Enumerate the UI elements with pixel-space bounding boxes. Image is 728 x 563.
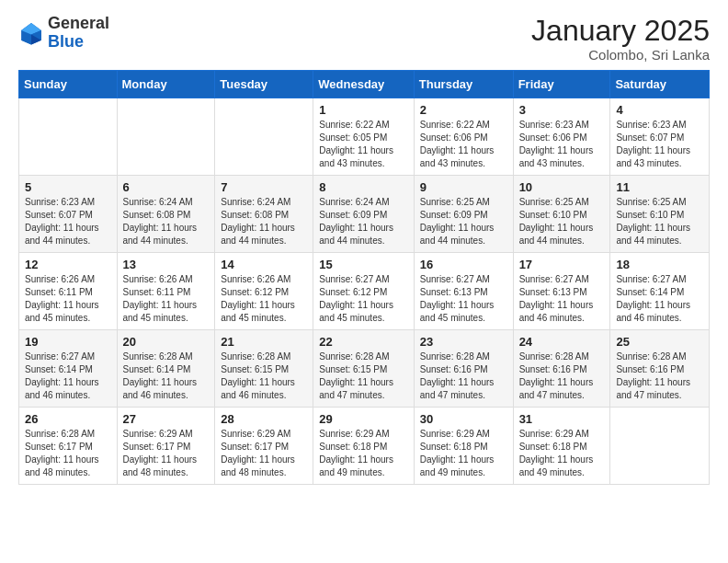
day-info: Sunrise: 6:29 AMSunset: 6:17 PMDaylight:… [123, 428, 210, 479]
day-number: 24 [519, 335, 605, 349]
day-info: Sunrise: 6:23 AMSunset: 6:06 PMDaylight:… [519, 119, 605, 170]
day-cell: 14Sunrise: 6:26 AMSunset: 6:12 PMDayligh… [215, 253, 313, 330]
day-cell: 28Sunrise: 6:29 AMSunset: 6:17 PMDayligh… [215, 408, 313, 485]
day-number: 2 [420, 103, 507, 117]
day-cell: 24Sunrise: 6:28 AMSunset: 6:16 PMDayligh… [513, 330, 610, 408]
day-number: 27 [123, 412, 210, 426]
day-number: 8 [319, 180, 407, 194]
day-cell: 12Sunrise: 6:26 AMSunset: 6:11 PMDayligh… [19, 253, 118, 330]
day-number: 3 [519, 103, 605, 117]
day-info: Sunrise: 6:28 AMSunset: 6:16 PMDaylight:… [616, 350, 703, 402]
day-info: Sunrise: 6:25 AMSunset: 6:10 PMDaylight:… [519, 196, 605, 247]
day-cell [19, 98, 118, 176]
day-info: Sunrise: 6:25 AMSunset: 6:09 PMDaylight:… [420, 196, 507, 247]
day-info: Sunrise: 6:24 AMSunset: 6:09 PMDaylight:… [319, 196, 407, 247]
logo-icon [18, 20, 44, 46]
day-number: 13 [123, 258, 210, 271]
day-number: 29 [319, 412, 407, 426]
day-cell: 20Sunrise: 6:28 AMSunset: 6:14 PMDayligh… [117, 330, 215, 408]
calendar: SundayMondayTuesdayWednesdayThursdayFrid… [18, 70, 710, 485]
day-cell: 11Sunrise: 6:25 AMSunset: 6:10 PMDayligh… [610, 176, 710, 253]
day-number: 21 [221, 335, 307, 349]
day-cell: 25Sunrise: 6:28 AMSunset: 6:16 PMDayligh… [610, 330, 710, 408]
day-info: Sunrise: 6:29 AMSunset: 6:18 PMDaylight:… [420, 428, 507, 479]
day-number: 20 [123, 335, 210, 349]
day-cell: 19Sunrise: 6:27 AMSunset: 6:14 PMDayligh… [19, 330, 118, 408]
day-number: 6 [123, 180, 210, 194]
day-cell: 29Sunrise: 6:29 AMSunset: 6:18 PMDayligh… [313, 408, 414, 485]
day-info: Sunrise: 6:25 AMSunset: 6:10 PMDaylight:… [616, 196, 703, 247]
day-info: Sunrise: 6:27 AMSunset: 6:13 PMDaylight:… [519, 273, 605, 325]
day-number: 22 [319, 335, 407, 349]
day-cell [215, 98, 313, 176]
day-info: Sunrise: 6:26 AMSunset: 6:11 PMDaylight:… [123, 273, 210, 325]
day-info: Sunrise: 6:23 AMSunset: 6:07 PMDaylight:… [25, 196, 111, 247]
day-info: Sunrise: 6:29 AMSunset: 6:18 PMDaylight:… [519, 428, 605, 479]
weekday-header-row: SundayMondayTuesdayWednesdayThursdayFrid… [19, 71, 710, 98]
day-info: Sunrise: 6:27 AMSunset: 6:13 PMDaylight:… [420, 273, 507, 325]
logo-blue: Blue [48, 33, 109, 52]
day-cell: 9Sunrise: 6:25 AMSunset: 6:09 PMDaylight… [414, 176, 513, 253]
header: General Blue January 2025 Colombo, Sri L… [18, 15, 710, 63]
day-info: Sunrise: 6:28 AMSunset: 6:17 PMDaylight:… [25, 428, 111, 479]
day-info: Sunrise: 6:29 AMSunset: 6:18 PMDaylight:… [319, 428, 407, 479]
day-number: 4 [616, 103, 703, 117]
day-cell: 4Sunrise: 6:23 AMSunset: 6:07 PMDaylight… [610, 98, 710, 176]
day-cell: 21Sunrise: 6:28 AMSunset: 6:15 PMDayligh… [215, 330, 313, 408]
day-info: Sunrise: 6:24 AMSunset: 6:08 PMDaylight:… [221, 196, 307, 247]
day-cell [610, 408, 710, 485]
weekday-wednesday: Wednesday [313, 71, 414, 98]
day-info: Sunrise: 6:26 AMSunset: 6:12 PMDaylight:… [221, 273, 307, 325]
day-number: 1 [319, 103, 407, 117]
day-number: 18 [616, 258, 703, 271]
day-number: 12 [25, 258, 111, 271]
weekday-monday: Monday [117, 71, 215, 98]
month-title: January 2025 [531, 15, 710, 47]
day-cell: 10Sunrise: 6:25 AMSunset: 6:10 PMDayligh… [513, 176, 610, 253]
day-cell: 17Sunrise: 6:27 AMSunset: 6:13 PMDayligh… [513, 253, 610, 330]
day-info: Sunrise: 6:28 AMSunset: 6:14 PMDaylight:… [123, 350, 210, 402]
day-cell: 31Sunrise: 6:29 AMSunset: 6:18 PMDayligh… [513, 408, 610, 485]
day-number: 23 [420, 335, 507, 349]
logo-text: General Blue [48, 15, 109, 52]
weekday-sunday: Sunday [19, 71, 118, 98]
logo: General Blue [18, 15, 109, 52]
day-cell: 26Sunrise: 6:28 AMSunset: 6:17 PMDayligh… [19, 408, 118, 485]
day-number: 9 [420, 180, 507, 194]
weekday-tuesday: Tuesday [215, 71, 313, 98]
day-cell: 7Sunrise: 6:24 AMSunset: 6:08 PMDaylight… [215, 176, 313, 253]
day-info: Sunrise: 6:29 AMSunset: 6:17 PMDaylight:… [221, 428, 307, 479]
week-row-5: 26Sunrise: 6:28 AMSunset: 6:17 PMDayligh… [19, 408, 710, 485]
day-number: 11 [616, 180, 703, 194]
day-info: Sunrise: 6:27 AMSunset: 6:14 PMDaylight:… [25, 350, 111, 402]
weekday-saturday: Saturday [610, 71, 710, 98]
day-cell: 13Sunrise: 6:26 AMSunset: 6:11 PMDayligh… [117, 253, 215, 330]
location: Colombo, Sri Lanka [531, 47, 710, 63]
day-info: Sunrise: 6:22 AMSunset: 6:05 PMDaylight:… [319, 119, 407, 170]
day-cell [117, 98, 215, 176]
day-info: Sunrise: 6:27 AMSunset: 6:12 PMDaylight:… [319, 273, 407, 325]
page: General Blue January 2025 Colombo, Sri L… [0, 0, 728, 563]
day-cell: 2Sunrise: 6:22 AMSunset: 6:06 PMDaylight… [414, 98, 513, 176]
day-number: 14 [221, 258, 307, 271]
logo-general: General [48, 15, 109, 33]
day-cell: 18Sunrise: 6:27 AMSunset: 6:14 PMDayligh… [610, 253, 710, 330]
day-info: Sunrise: 6:23 AMSunset: 6:07 PMDaylight:… [616, 119, 703, 170]
day-number: 15 [319, 258, 407, 271]
day-number: 30 [420, 412, 507, 426]
day-info: Sunrise: 6:28 AMSunset: 6:15 PMDaylight:… [319, 350, 407, 402]
day-info: Sunrise: 6:27 AMSunset: 6:14 PMDaylight:… [616, 273, 703, 325]
day-number: 31 [519, 412, 605, 426]
day-info: Sunrise: 6:28 AMSunset: 6:16 PMDaylight:… [420, 350, 507, 402]
day-cell: 5Sunrise: 6:23 AMSunset: 6:07 PMDaylight… [19, 176, 118, 253]
day-cell: 16Sunrise: 6:27 AMSunset: 6:13 PMDayligh… [414, 253, 513, 330]
day-cell: 15Sunrise: 6:27 AMSunset: 6:12 PMDayligh… [313, 253, 414, 330]
weekday-thursday: Thursday [414, 71, 513, 98]
week-row-1: 1Sunrise: 6:22 AMSunset: 6:05 PMDaylight… [19, 98, 710, 176]
day-info: Sunrise: 6:22 AMSunset: 6:06 PMDaylight:… [420, 119, 507, 170]
day-cell: 30Sunrise: 6:29 AMSunset: 6:18 PMDayligh… [414, 408, 513, 485]
day-number: 5 [25, 180, 111, 194]
day-cell: 1Sunrise: 6:22 AMSunset: 6:05 PMDaylight… [313, 98, 414, 176]
day-number: 19 [25, 335, 111, 349]
day-info: Sunrise: 6:26 AMSunset: 6:11 PMDaylight:… [25, 273, 111, 325]
